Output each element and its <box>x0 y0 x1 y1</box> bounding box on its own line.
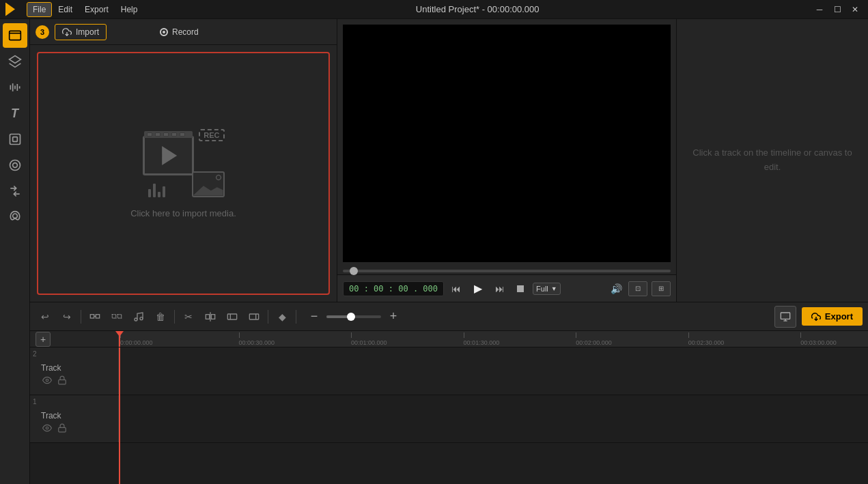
preview-scrubber[interactable] <box>343 268 671 274</box>
ripple-delete-button[interactable] <box>244 307 264 326</box>
sidebar: T <box>0 19 30 484</box>
export-button[interactable]: Export <box>802 307 863 326</box>
undo-button[interactable]: ↩ <box>36 307 55 326</box>
detach-audio-button[interactable] <box>129 307 148 326</box>
zoom-out-button[interactable]: − <box>305 307 324 326</box>
titlebar: File Edit Export Help Untitled Project* … <box>0 0 868 19</box>
ungroup-button[interactable] <box>107 307 126 326</box>
svg-rect-24 <box>211 314 214 319</box>
delete-button[interactable]: 🗑 <box>151 307 170 326</box>
track-content-1[interactable] <box>119 395 868 442</box>
film-hole-2 <box>155 132 160 137</box>
record-circle-icon <box>160 28 168 36</box>
volume-button[interactable]: 🔊 <box>608 281 624 297</box>
svg-rect-15 <box>90 314 94 317</box>
toolbar-separator-4 <box>296 310 296 324</box>
minimize-button[interactable]: ─ <box>812 3 827 16</box>
svg-rect-18 <box>112 314 115 317</box>
audio-bars-icon <box>148 184 165 197</box>
scrubber-track[interactable] <box>343 270 671 272</box>
svg-rect-29 <box>781 313 789 319</box>
svg-point-20 <box>135 318 137 321</box>
ruler-mark-4: 00:02:00.000 <box>576 332 612 346</box>
import-button[interactable]: Import <box>55 24 107 40</box>
track-header-2: 2 Track <box>30 347 119 395</box>
rec-badge: REC <box>199 129 224 141</box>
svg-marker-1 <box>9 56 20 63</box>
track-visibility-2[interactable] <box>41 374 53 386</box>
fit-button[interactable]: ⊡ <box>628 281 647 296</box>
media-tabs: 3 Import Record <box>30 19 337 45</box>
redo-button[interactable]: ↪ <box>57 307 76 326</box>
preview-canvas <box>343 25 671 262</box>
tracks-container: 2 Track <box>30 347 868 484</box>
toolbar-separator-2 <box>174 310 175 324</box>
zoom-slider-fill <box>326 315 348 318</box>
preview-panel: 00 : 00 : 00 . 000 ⏮ ▶ ⏭ Full ▼ 🔊 ⊡ ⊞ <box>337 19 677 302</box>
import-hint-text: Click here to import media. <box>130 208 236 218</box>
add-track-button[interactable]: + <box>36 332 51 347</box>
stop-button[interactable] <box>512 281 529 297</box>
menu-edit[interactable]: Edit <box>53 3 78 16</box>
properties-hint: Click a track on the timeline or canvas … <box>690 146 854 175</box>
ruler-mark-3: 00:01:30.000 <box>464 332 500 346</box>
scrubber-thumb[interactable] <box>350 267 358 275</box>
sidebar-item-layers[interactable] <box>3 49 27 74</box>
ruler-mark-2: 00:01:00.000 <box>351 332 387 346</box>
film-hole-5 <box>180 132 185 137</box>
toolbar-separator-1 <box>81 310 81 324</box>
play-button[interactable]: ▶ <box>468 279 488 298</box>
zoom-slider-thumb[interactable] <box>347 313 355 321</box>
record-label: Record <box>172 27 199 37</box>
track-lock-2[interactable] <box>56 374 68 386</box>
table-row: 2 Track <box>30 347 868 395</box>
media-panel: 3 Import Record <box>30 19 337 302</box>
media-import-area[interactable]: REC <box>37 52 330 295</box>
playhead[interactable] <box>119 331 120 347</box>
sidebar-item-markers[interactable] <box>3 205 27 229</box>
svg-point-21 <box>140 317 143 319</box>
properties-panel: Click a track on the timeline or canvas … <box>677 19 868 302</box>
svg-rect-27 <box>249 314 258 319</box>
track-lock-1[interactable] <box>56 422 68 434</box>
close-button[interactable]: ✕ <box>848 3 863 16</box>
svg-rect-0 <box>9 31 20 40</box>
split-at-head-button[interactable] <box>201 307 220 326</box>
play-triangle-icon <box>162 146 177 165</box>
svg-rect-16 <box>96 314 99 317</box>
menu-help[interactable]: Help <box>115 3 143 16</box>
sidebar-item-overlay[interactable] <box>3 127 27 152</box>
sidebar-item-transitions[interactable] <box>3 179 27 203</box>
menu-export[interactable]: Export <box>79 3 114 16</box>
maximize-button[interactable]: ☐ <box>830 3 845 16</box>
render-button[interactable] <box>774 306 796 328</box>
timeline-tracks: + 0:00:00.000 00:00:30.000 00:01:00.000 … <box>30 331 868 484</box>
skip-forward-button[interactable]: ⏭ <box>492 281 508 297</box>
sidebar-item-text[interactable]: T <box>3 101 27 126</box>
crop-button[interactable]: ⊞ <box>652 281 671 296</box>
record-button[interactable]: Record <box>153 25 206 40</box>
cut-button[interactable]: ✂ <box>179 307 198 326</box>
svg-point-9 <box>12 163 17 168</box>
menu-file[interactable]: File <box>27 3 51 16</box>
track-number-2: 2 <box>33 350 37 358</box>
track-content-2[interactable] <box>119 347 868 395</box>
zoom-slider[interactable] <box>326 315 381 318</box>
step-badge: 3 <box>36 25 49 39</box>
ruler-mark-1: 00:00:30.000 <box>239 332 275 346</box>
sidebar-item-effects[interactable] <box>3 153 27 177</box>
track-name-1: Track <box>41 411 113 421</box>
svg-rect-7 <box>10 134 20 145</box>
zoom-in-button[interactable]: + <box>384 307 403 326</box>
marker-button[interactable]: ◆ <box>272 307 292 326</box>
skip-back-button[interactable]: ⏮ <box>448 281 464 297</box>
film-hole-1 <box>147 132 152 137</box>
sidebar-item-audio[interactable] <box>3 75 27 100</box>
group-button[interactable] <box>85 307 104 326</box>
ruler-gutter: + <box>30 331 119 347</box>
sidebar-item-media[interactable] <box>3 23 27 48</box>
export-label: Export <box>825 311 853 322</box>
track-visibility-1[interactable] <box>41 422 53 434</box>
trim-button[interactable] <box>223 307 242 326</box>
quality-select[interactable]: Full ▼ <box>533 283 561 295</box>
